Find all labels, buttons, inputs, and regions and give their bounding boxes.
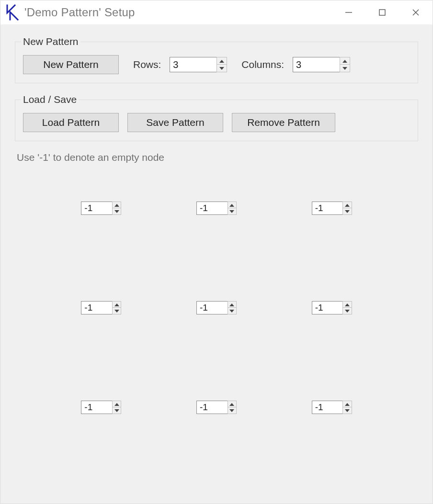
svg-marker-18 [345, 303, 350, 306]
cell-1-0-stepper[interactable] [81, 301, 121, 314]
svg-rect-1 [379, 10, 385, 15]
rows-input[interactable] [170, 57, 216, 72]
svg-marker-22 [229, 403, 234, 406]
columns-step-down[interactable] [340, 64, 350, 72]
new-pattern-button[interactable]: New Pattern [23, 55, 119, 74]
cell-2-1-step-down[interactable] [228, 407, 237, 414]
svg-marker-14 [114, 303, 119, 306]
group-new-pattern-legend: New Pattern [21, 36, 80, 47]
title-bar: 'Demo Pattern' Setup [0, 0, 433, 24]
client-area: New Pattern New Pattern Rows: Columns: [0, 24, 433, 504]
cell-0-2-stepper[interactable] [312, 202, 352, 215]
svg-marker-9 [114, 210, 119, 213]
columns-input[interactable] [293, 57, 340, 72]
cell-0-2-input[interactable] [312, 202, 343, 214]
svg-marker-19 [345, 310, 350, 313]
cell-2-1-input[interactable] [197, 401, 228, 414]
cell-1-0-input[interactable] [81, 302, 112, 314]
pattern-grid [15, 202, 418, 414]
group-load-save: Load / Save Load Pattern Save Pattern Re… [15, 94, 418, 141]
close-button[interactable] [399, 0, 433, 24]
save-pattern-button[interactable]: Save Pattern [127, 113, 223, 132]
cell-1-2-step-down[interactable] [342, 307, 352, 314]
cell-1-2-stepper[interactable] [312, 301, 352, 314]
hint-text: Use '-1' to denote an empty node [17, 152, 418, 163]
rows-step-down[interactable] [216, 64, 227, 72]
cell-1-1-stepper[interactable] [196, 301, 237, 314]
svg-marker-5 [219, 67, 224, 70]
load-pattern-button[interactable]: Load Pattern [23, 113, 119, 132]
maximize-button[interactable] [365, 0, 399, 24]
columns-label: Columns: [241, 59, 284, 70]
cell-0-0-step-down[interactable] [112, 208, 121, 215]
svg-marker-11 [229, 210, 234, 213]
rows-label: Rows: [133, 59, 161, 70]
cell-1-0-step-down[interactable] [112, 307, 121, 314]
cell-2-0-input[interactable] [81, 401, 112, 414]
svg-marker-25 [345, 409, 350, 412]
cell-2-2-step-down[interactable] [342, 407, 352, 414]
svg-marker-12 [345, 204, 350, 207]
cell-0-1-input[interactable] [197, 202, 228, 214]
svg-marker-10 [229, 204, 234, 207]
rows-stepper[interactable] [170, 57, 227, 72]
svg-marker-17 [229, 310, 234, 313]
cell-1-1-step-down[interactable] [228, 307, 237, 314]
svg-marker-7 [342, 67, 347, 70]
svg-marker-4 [219, 60, 224, 63]
window-title: 'Demo Pattern' Setup [24, 6, 135, 19]
cell-0-2-step-down[interactable] [342, 208, 352, 215]
app-icon [4, 4, 21, 21]
svg-marker-20 [114, 403, 119, 406]
svg-marker-21 [114, 409, 119, 412]
cell-2-0-step-down[interactable] [112, 407, 121, 414]
minimize-button[interactable] [332, 0, 365, 24]
svg-marker-6 [342, 60, 347, 63]
cell-2-2-input[interactable] [312, 401, 343, 414]
svg-marker-24 [345, 403, 350, 406]
svg-marker-16 [229, 303, 234, 306]
svg-marker-13 [345, 210, 350, 213]
group-load-save-legend: Load / Save [21, 94, 79, 105]
cell-0-0-input[interactable] [81, 202, 112, 214]
svg-marker-8 [114, 204, 119, 207]
cell-0-0-stepper[interactable] [81, 202, 121, 215]
cell-1-1-input[interactable] [197, 302, 228, 314]
cell-2-0-stepper[interactable] [81, 401, 121, 414]
remove-pattern-button[interactable]: Remove Pattern [232, 113, 335, 132]
cell-2-2-stepper[interactable] [312, 401, 352, 414]
cell-0-1-stepper[interactable] [196, 202, 237, 215]
svg-marker-23 [229, 409, 234, 412]
columns-stepper[interactable] [293, 57, 350, 72]
cell-2-1-stepper[interactable] [196, 401, 237, 414]
cell-0-1-step-down[interactable] [228, 208, 237, 215]
group-new-pattern: New Pattern New Pattern Rows: Columns: [15, 36, 418, 83]
svg-marker-15 [114, 310, 119, 313]
cell-1-2-input[interactable] [312, 302, 343, 314]
